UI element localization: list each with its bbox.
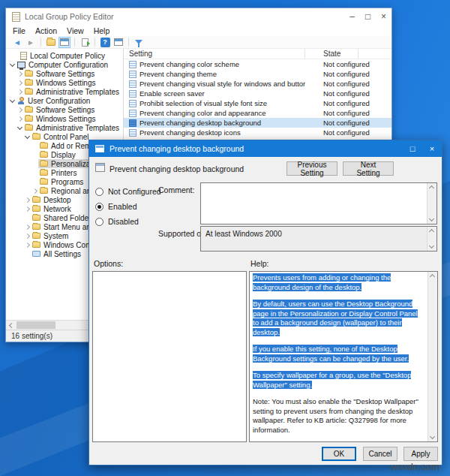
window-controls: – □ ×: [344, 8, 392, 25]
scroll-down-icon[interactable]: [430, 434, 435, 439]
tree-item-administrative-templates[interactable]: Administrative Templates: [6, 123, 123, 132]
tree-item-label: Personaliza: [51, 160, 90, 168]
list-rows: Prevent changing color schemeNot configu…: [124, 59, 392, 137]
scroll-down-icon[interactable]: [429, 243, 434, 249]
scrollbar-thumb[interactable]: [16, 321, 56, 329]
menu-view[interactable]: View: [67, 26, 84, 35]
tree-item-software-settings[interactable]: Software Settings: [6, 69, 123, 78]
minimize-button[interactable]: –: [344, 8, 360, 25]
tree-item-label: All Settings: [44, 250, 81, 258]
tree-item-label: Printers: [51, 169, 76, 177]
supported-on-value: At least Windows 2000: [201, 227, 436, 241]
filter-funnel-icon: [135, 40, 142, 44]
list-row-prevent-changing-visual-style-for-windows-and-buttons[interactable]: Prevent changing visual style for window…: [124, 79, 392, 89]
show-console-tree-toggle[interactable]: [58, 37, 70, 48]
tree-item-label: Windows Settings: [36, 115, 95, 123]
next-setting-button[interactable]: Next Setting: [343, 161, 394, 176]
policy-setting-icon: [129, 119, 136, 127]
radio-disabled[interactable]: Disabled: [95, 214, 161, 229]
list-row-prevent-changing-color-scheme[interactable]: Prevent changing color schemeNot configu…: [124, 59, 392, 69]
properties-button[interactable]: [112, 37, 124, 48]
tree-item-label: Software Settings: [36, 70, 94, 78]
column-header-state[interactable]: State: [305, 49, 358, 59]
dialog-body: Prevent changing desktop background Prev…: [89, 157, 442, 465]
apply-button[interactable]: Apply: [404, 447, 438, 461]
collapsed-chevron-icon: [25, 196, 31, 203]
close-button[interactable]: ×: [376, 8, 392, 25]
tree-item-user-configuration[interactable]: User Configuration: [6, 96, 123, 105]
dialog-maximize-button[interactable]: □: [403, 140, 422, 157]
tree-item-administrative-templates[interactable]: Administrative Templates: [6, 87, 123, 96]
toolbar-separator: [94, 38, 95, 47]
list-row-prevent-changing-desktop-icons[interactable]: Prevent changing desktop iconsNot config…: [124, 128, 392, 137]
cancel-button[interactable]: Cancel: [363, 447, 398, 461]
tree-item-content: System: [31, 231, 70, 240]
setting-state-cell: Not configured: [305, 109, 370, 117]
setting-state-cell: Not configured: [305, 70, 370, 78]
tree-item-content: Windows Com: [31, 240, 93, 249]
up-level-button[interactable]: [45, 37, 57, 48]
tree-item-local-computer-policy[interactable]: Local Computer Policy: [6, 51, 123, 60]
forward-button[interactable]: ►: [25, 37, 37, 48]
tree-item-content: Control Panel: [31, 132, 91, 141]
list-row-prevent-changing-desktop-background[interactable]: Prevent changing desktop backgroundNot c…: [124, 118, 392, 128]
help-paragraph: Prevents users from adding or changing t…: [253, 273, 425, 292]
help-icon: ?: [100, 38, 110, 47]
tree-item-label: Windows Com: [44, 241, 92, 249]
help-toolbar-button[interactable]: ?: [99, 37, 111, 48]
list-row-enable-screen-saver[interactable]: Enable screen saverNot configured: [124, 89, 392, 98]
gpedit-app-icon: [12, 12, 20, 22]
radio-not-configured[interactable]: Not Configured: [95, 184, 161, 199]
setting-state-cell: Not configured: [305, 80, 370, 88]
export-list-button[interactable]: [79, 37, 91, 48]
tree-item-windows-settings[interactable]: Windows Settings: [6, 114, 123, 123]
policy-icon: [20, 52, 27, 60]
setting-name-cell: Prevent changing color and appearance: [140, 109, 305, 117]
help-scrollbar[interactable]: [428, 272, 437, 441]
maximize-button[interactable]: □: [360, 8, 376, 25]
tree-item-content: Start Menu an: [31, 222, 92, 231]
tree-item-content: Software Settings: [23, 105, 96, 114]
collapsed-chevron-icon: [17, 88, 23, 95]
scroll-down-icon[interactable]: [429, 216, 434, 221]
tree-item-label: User Configuration: [28, 97, 90, 105]
folder-icon: [25, 89, 33, 95]
tree-item-windows-settings[interactable]: Windows Settings: [6, 78, 123, 87]
back-button[interactable]: ◄: [11, 37, 23, 48]
filter-button[interactable]: [133, 37, 145, 48]
menu-file[interactable]: File: [13, 26, 26, 35]
scroll-up-icon[interactable]: [430, 274, 435, 279]
help-text-plain: Note: You must also enable the "Desktop …: [253, 397, 418, 434]
tree-item-label: Local Computer Policy: [30, 52, 105, 60]
tree-item-content: Desktop: [31, 195, 73, 204]
setting-state-cell: Not configured: [305, 60, 370, 68]
folder-icon: [25, 80, 33, 86]
menu-help[interactable]: Help: [94, 26, 110, 35]
radio-enabled[interactable]: Enabled: [95, 199, 161, 214]
comment-scrollbar[interactable]: [427, 183, 436, 224]
list-row-prohibit-selection-of-visual-style-font-size[interactable]: Prohibit selection of visual style font …: [124, 98, 392, 108]
folder-icon: [32, 197, 40, 203]
tree-item-content: Add or Rem: [38, 141, 92, 150]
previous-setting-button[interactable]: Previous Setting: [286, 161, 338, 176]
tree-item-software-settings[interactable]: Software Settings: [6, 105, 123, 114]
ok-button[interactable]: OK: [322, 447, 356, 461]
tree-item-computer-configuration[interactable]: Computer Configuration: [6, 60, 123, 69]
help-paragraph: Note: You must also enable the "Desktop …: [253, 397, 425, 435]
comment-field[interactable]: [200, 182, 437, 224]
scroll-up-icon[interactable]: [429, 229, 434, 234]
column-header-setting[interactable]: Setting: [124, 49, 305, 59]
no-chevron: [32, 151, 38, 158]
help-text[interactable]: Prevents users from adding or changing t…: [250, 272, 428, 441]
tree-item-content: Administrative Templates: [23, 87, 121, 96]
dialog-close-button[interactable]: ×: [422, 140, 442, 157]
scroll-left-arrow-icon[interactable]: [6, 321, 16, 330]
supported-on-scrollbar[interactable]: [427, 227, 436, 251]
scroll-up-icon[interactable]: [429, 185, 434, 191]
list-row-prevent-changing-theme[interactable]: Prevent changing themeNot configured: [124, 69, 392, 79]
tree-item-label: Display: [51, 151, 76, 159]
list-row-prevent-changing-color-and-appearance[interactable]: Prevent changing color and appearanceNot…: [124, 108, 392, 118]
menu-bar: File Action View Help: [6, 25, 392, 36]
menu-action[interactable]: Action: [35, 26, 57, 35]
tree-item-content: Regional an: [38, 186, 92, 195]
